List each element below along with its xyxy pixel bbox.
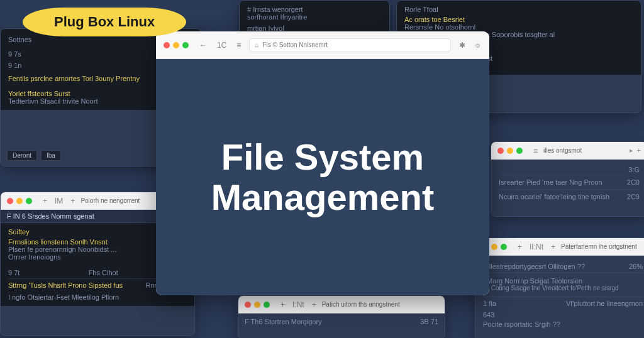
menu-icon[interactable]: IM	[55, 197, 63, 205]
user-icon[interactable]: ⌾	[475, 41, 480, 50]
window-bottom-middle: + I:Nt + Patich uitorn ths anngstnent F …	[238, 295, 445, 338]
close-dot[interactable]	[164, 42, 170, 48]
heading: Ac orats toe Besriet	[404, 16, 633, 23]
line: # Irnsta wenorgert	[247, 6, 382, 13]
row: 9 7s	[8, 50, 21, 58]
plus-icon[interactable]: +	[43, 197, 47, 205]
button[interactable]: Deront	[7, 150, 37, 161]
plus-icon[interactable]: +	[280, 300, 285, 309]
plus-icon[interactable]: +	[551, 243, 555, 251]
gear-icon[interactable]: ✱	[459, 41, 465, 50]
row-label: 643	[483, 311, 494, 319]
row-label: Isrearter Pied 'rne taer Nng Proon	[499, 178, 602, 186]
hero-title: File System Management	[156, 59, 489, 295]
menu-icon[interactable]: ≡	[533, 146, 538, 155]
row-label: Silleatrepdortygecsrt Ollitogen ??	[483, 263, 585, 270]
row-label: Ncuira ocariel' fatoe'Ieing tine tgnish	[499, 193, 609, 200]
browser-toolbar: ← 1C ≡ ⌂ Fis © Sotton Nnisnemrt ✱ ⌾	[156, 31, 489, 59]
plus-icon[interactable]: +	[312, 300, 316, 309]
brand-badge: Plug Box Linux	[23, 8, 186, 36]
label: Sottnes	[8, 36, 31, 46]
label: Fhs Clhot	[89, 269, 118, 276]
row: 9 1n	[8, 62, 21, 69]
line: I Marg Norrrnp Scigat Teolorsien	[483, 277, 643, 285]
main-window: ← 1C ≡ ⌂ Fis © Sotton Nnisnemrt ✱ ⌾ File…	[156, 31, 489, 295]
row-value: 26%	[629, 263, 643, 270]
plus-icon[interactable]: +	[637, 146, 641, 155]
button[interactable]: Iba	[41, 150, 61, 161]
min-dot[interactable]	[173, 42, 179, 48]
back-icon[interactable]: ←	[199, 41, 207, 50]
window-title: illes ontgsmot	[543, 147, 626, 154]
window-bottom-right: + II:Nt + Patertarlemn ihe ortgstnent Si…	[475, 237, 644, 338]
plus-icon[interactable]: +	[70, 197, 75, 205]
row-value: 2C9	[627, 193, 640, 200]
window-title: Patich uitorn ths anngstnent	[322, 301, 438, 308]
window-title: Patertarlemn ihe ortgstnent	[561, 243, 644, 250]
line: Rersrrsfe No otsolhornl	[404, 23, 633, 31]
window-mid-right: ≡ illes ontgsmot ▸+ 3:G Isrearter Pied '…	[491, 141, 644, 217]
address-bar[interactable]: ⌂ Fis © Sotton Nnisnemrt	[249, 38, 451, 52]
arrow-icon[interactable]: ▸	[630, 146, 633, 155]
row-value: 3B 71	[420, 318, 438, 325]
row-value: 2C0	[627, 178, 640, 186]
max-dot[interactable]	[182, 42, 189, 48]
row-label: F Th6 Stortren Morgigory	[245, 318, 322, 325]
line: sorfhorant Ifnyaritre	[247, 13, 382, 21]
header: Rorle Tfoal	[404, 6, 633, 13]
address-text: Fis © Sotton Nnisnemrt	[262, 41, 328, 48]
row-label[interactable]: Sttrng 'Tusls Nhsrlt Prono Sipsted fus	[8, 281, 123, 289]
plus-icon[interactable]: +	[518, 243, 522, 251]
line: Pocite rsportatic Srgih ??	[483, 320, 643, 328]
menu-icon[interactable]: ≡	[236, 41, 241, 50]
row-label: 1 fla	[483, 300, 496, 307]
line: IN Coting Siscge fne Vreoitcert fo'Petlh…	[483, 285, 643, 292]
row-value: Vf'pluttort he lineengrnon	[566, 300, 643, 307]
tc-label: 1C	[217, 41, 226, 50]
col-header: 3:G	[628, 166, 640, 173]
home-icon: ⌂	[255, 41, 258, 48]
